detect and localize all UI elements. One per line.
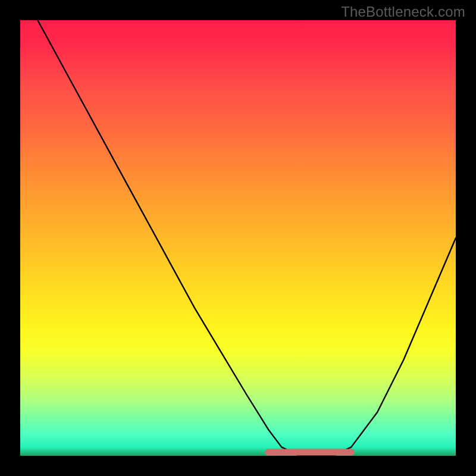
chart-container: TheBottleneck.com: [0, 0, 476, 476]
watermark-text: TheBottleneck.com: [341, 4, 465, 20]
bottleneck-curve: [37, 20, 456, 456]
chart-svg: [20, 20, 456, 456]
plot-area: [20, 20, 456, 456]
